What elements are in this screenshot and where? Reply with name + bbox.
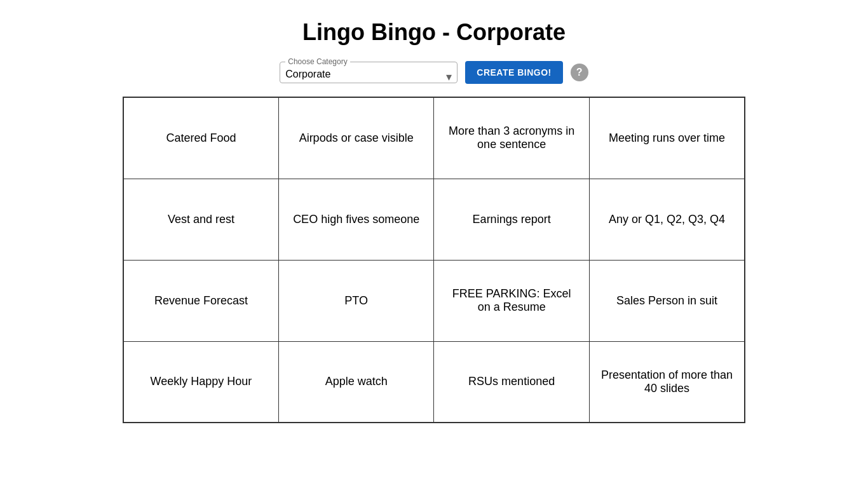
bingo-cell-r3-c3[interactable]: Presentation of more than 40 slides bbox=[589, 341, 745, 423]
create-bingo-button[interactable]: CREATE BINGO! bbox=[465, 61, 562, 84]
bingo-cell-r2-c0[interactable]: Revenue Forecast bbox=[123, 260, 278, 341]
bingo-cell-r2-c2[interactable]: FREE PARKING: Excel on a Resume bbox=[434, 260, 590, 341]
controls-bar: Choose Category Corporate ▾ CREATE BINGO… bbox=[280, 61, 588, 84]
bingo-cell-r1-c1[interactable]: CEO high fives someone bbox=[278, 179, 433, 260]
bingo-cell-r3-c1[interactable]: Apple watch bbox=[278, 341, 433, 423]
bingo-grid: Catered FoodAirpods or case visibleMore … bbox=[123, 97, 745, 423]
help-button[interactable]: ? bbox=[571, 64, 588, 81]
bingo-cell-r3-c2[interactable]: RSUs mentioned bbox=[434, 341, 590, 423]
bingo-cell-r0-c1[interactable]: Airpods or case visible bbox=[278, 97, 433, 179]
bingo-cell-r0-c3[interactable]: Meeting runs over time bbox=[589, 97, 745, 179]
bingo-cell-r2-c1[interactable]: PTO bbox=[278, 260, 433, 341]
bingo-cell-r1-c0[interactable]: Vest and rest bbox=[123, 179, 278, 260]
category-label: Choose Category bbox=[285, 57, 349, 66]
category-select-wrapper: Choose Category Corporate ▾ bbox=[280, 62, 458, 83]
bingo-cell-r0-c2[interactable]: More than 3 acronyms in one sentence bbox=[434, 97, 590, 179]
bingo-cell-r3-c0[interactable]: Weekly Happy Hour bbox=[123, 341, 278, 423]
bingo-cell-r1-c2[interactable]: Earnings report bbox=[434, 179, 590, 260]
category-select[interactable]: Corporate bbox=[285, 69, 452, 79]
bingo-cell-r1-c3[interactable]: Any or Q1, Q2, Q3, Q4 bbox=[589, 179, 745, 260]
bingo-cell-r0-c0[interactable]: Catered Food bbox=[123, 97, 278, 179]
bingo-cell-r2-c3[interactable]: Sales Person in suit bbox=[589, 260, 745, 341]
page-title: Lingo Bingo - Corporate bbox=[302, 19, 566, 46]
